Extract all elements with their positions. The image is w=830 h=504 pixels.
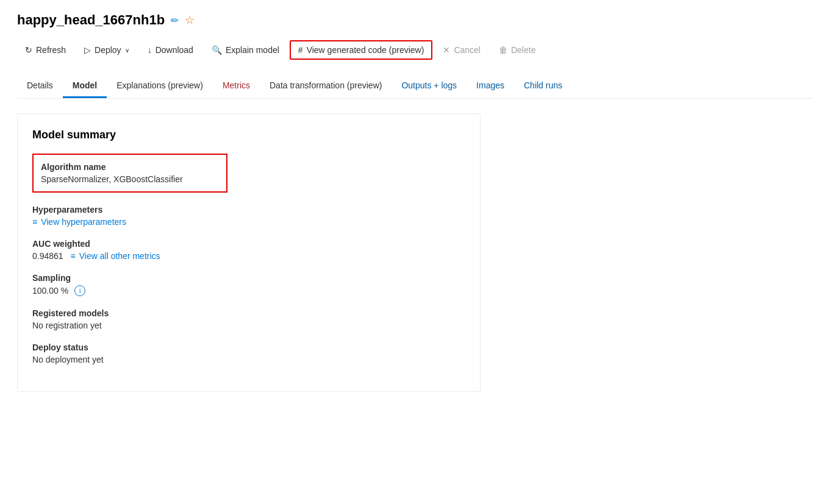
- search-plus-icon: 🔍: [212, 45, 222, 55]
- favorite-icon[interactable]: ☆: [185, 13, 195, 27]
- deploy-icon: ▷: [84, 45, 91, 55]
- delete-icon: 🗑: [499, 45, 507, 55]
- tab-images[interactable]: Images: [467, 74, 514, 98]
- chevron-down-icon: ∨: [125, 47, 129, 54]
- tab-child-runs[interactable]: Child runs: [514, 74, 572, 98]
- registered-models-section: Registered models No registration yet: [32, 308, 465, 330]
- auc-value: 0.94861: [32, 251, 63, 261]
- view-generated-code-button[interactable]: # View generated code (preview): [290, 40, 433, 60]
- toolbar: ↻ Refresh ▷ Deploy ∨ ↓ Download 🔍 Explai…: [17, 40, 813, 60]
- tab-explanations[interactable]: Explanations (preview): [107, 74, 213, 98]
- model-summary-card: Model summary Algorithm name SparseNorma…: [17, 113, 481, 392]
- tab-metrics[interactable]: Metrics: [213, 74, 260, 98]
- view-all-metrics-link[interactable]: ≡ View all other metrics: [71, 251, 160, 261]
- refresh-icon: ↻: [25, 45, 32, 55]
- hyperparameters-section: Hyperparameters ≡ View hyperparameters: [32, 205, 465, 227]
- algorithm-section: Algorithm name SparseNormalizer, XGBoost…: [32, 154, 227, 193]
- auc-label: AUC weighted: [32, 239, 465, 249]
- view-hyperparameters-link[interactable]: ≡ View hyperparameters: [32, 217, 126, 227]
- sampling-section: Sampling 100.00 % i: [32, 273, 465, 296]
- deploy-status-label: Deploy status: [32, 343, 465, 352]
- list-metrics-icon: ≡: [71, 251, 76, 261]
- edit-icon[interactable]: ✏: [171, 15, 179, 26]
- auc-section: AUC weighted 0.94861 ≡ View all other me…: [32, 239, 465, 261]
- tab-outputs-logs[interactable]: Outputs + logs: [392, 74, 467, 98]
- tab-model[interactable]: Model: [63, 74, 107, 98]
- tab-data-transformation[interactable]: Data transformation (preview): [260, 74, 392, 98]
- cancel-button[interactable]: ✕ Cancel: [435, 41, 488, 59]
- deploy-status-value: No deployment yet: [32, 355, 465, 364]
- card-title: Model summary: [32, 129, 465, 141]
- explain-model-button[interactable]: 🔍 Explain model: [204, 41, 287, 59]
- nav-tabs: Details Model Explanations (preview) Met…: [17, 74, 813, 99]
- sampling-label: Sampling: [32, 273, 465, 283]
- algorithm-value: SparseNormalizer, XGBoostClassifier: [41, 174, 219, 184]
- hash-icon: #: [298, 45, 303, 55]
- download-icon: ↓: [148, 45, 152, 55]
- hyperparameters-label: Hyperparameters: [32, 205, 465, 215]
- algorithm-label: Algorithm name: [41, 162, 219, 172]
- page-title: happy_head_1667nh1b: [17, 12, 165, 28]
- cancel-icon: ✕: [443, 45, 450, 55]
- sampling-value: 100.00 %: [32, 286, 68, 296]
- list-icon: ≡: [32, 217, 37, 227]
- info-icon[interactable]: i: [74, 285, 85, 296]
- registered-models-label: Registered models: [32, 308, 465, 318]
- deploy-status-section: Deploy status No deployment yet: [32, 343, 465, 364]
- download-button[interactable]: ↓ Download: [140, 41, 201, 59]
- refresh-button[interactable]: ↻ Refresh: [17, 41, 74, 59]
- deploy-button[interactable]: ▷ Deploy ∨: [76, 41, 137, 59]
- registered-models-value: No registration yet: [32, 321, 465, 330]
- delete-button[interactable]: 🗑 Delete: [491, 41, 543, 59]
- tab-details[interactable]: Details: [17, 74, 63, 98]
